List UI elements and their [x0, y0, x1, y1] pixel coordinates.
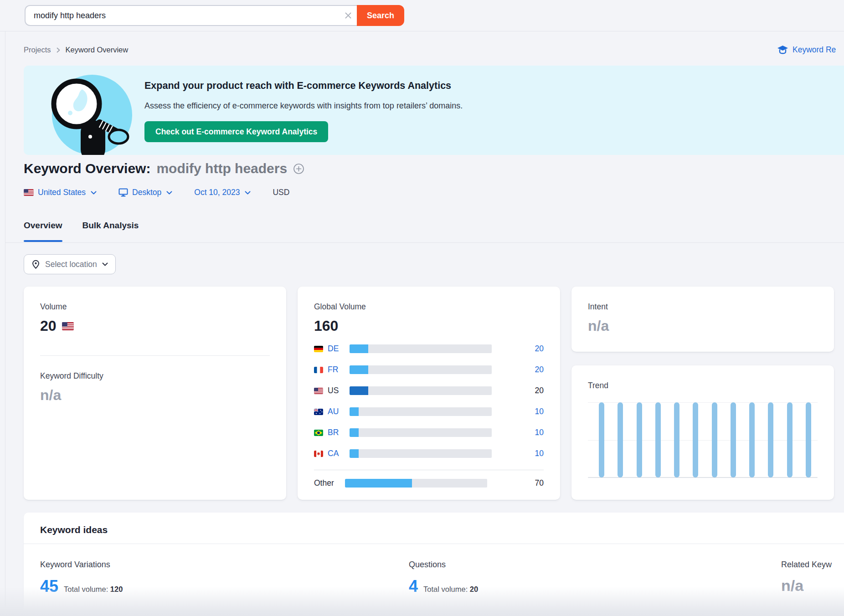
page-title-prefix: Keyword Overview: — [24, 161, 150, 176]
keyword-variations-total: Total volume: 120 — [64, 585, 123, 594]
banner-cta-button[interactable]: Check out E-commerce Keyword Analytics — [144, 121, 328, 142]
country-volume: 10 — [535, 449, 544, 458]
volume-bar — [345, 479, 487, 488]
graduation-cap-icon — [777, 45, 788, 55]
trend-bar — [693, 402, 698, 477]
page-title-keyword: modify http headers — [156, 161, 287, 176]
tab-bar: Overview Bulk Analysis — [24, 221, 139, 242]
global-volume-row: CA 10 — [314, 449, 544, 458]
trend-bar — [618, 402, 623, 477]
trend-card: Trend — [571, 365, 834, 500]
keyword-research-link[interactable]: Keyword Re — [777, 45, 836, 55]
country-link[interactable]: BR — [328, 428, 345, 437]
keyword-overview-page: Search Projects Keyword Overview Keyword… — [0, 0, 844, 616]
volume-bar — [350, 386, 492, 395]
select-location-label: Select location — [45, 260, 97, 269]
trend-bar — [787, 402, 793, 477]
questions-column: Questions 4 Total volume: 20 — [409, 560, 478, 596]
global-volume-other-row: Other 70 — [314, 478, 544, 488]
global-volume-row: BR 10 — [314, 428, 544, 437]
trend-bar — [674, 402, 679, 477]
intent-label: Intent — [588, 302, 818, 312]
volume-bar — [350, 407, 492, 416]
banner-subtitle: Assess the efficiency of e-commerce keyw… — [144, 101, 463, 111]
select-location-dropdown[interactable]: Select location — [24, 254, 116, 274]
magnifier-illustration — [37, 69, 151, 155]
keyword-variations-count: 45 — [40, 577, 58, 596]
keyword-difficulty-value: n/a — [40, 387, 270, 404]
other-label: Other — [314, 478, 345, 488]
country-link[interactable]: FR — [328, 365, 345, 375]
trend-bar — [655, 402, 661, 477]
country-volume: 20 — [535, 365, 544, 375]
filter-bar: United States Desktop Oct 10, 2023 USD — [24, 188, 289, 197]
intent-value: n/a — [588, 318, 818, 334]
volume-bar — [350, 428, 492, 437]
trend-bar — [806, 402, 811, 477]
location-pin-icon — [31, 260, 40, 269]
other-volume: 70 — [535, 478, 544, 488]
date-filter-dropdown[interactable]: Oct 10, 2023 — [194, 188, 251, 197]
flag-ca-icon — [314, 451, 323, 457]
trend-bar — [637, 402, 642, 477]
keyword-difficulty-label: Keyword Difficulty — [40, 371, 270, 381]
global-volume-row: AU 10 — [314, 407, 544, 416]
country-link[interactable]: AU — [328, 407, 345, 416]
related-keywords-column: Related Keyw n/a — [781, 560, 832, 595]
ecommerce-promo-banner: Expand your product reach with E-commerc… — [24, 66, 844, 155]
breadcrumb: Projects Keyword Overview — [24, 46, 128, 54]
page-title: Keyword Overview: modify http headers — [24, 161, 304, 176]
search-form: Search — [25, 5, 404, 26]
keyword-ideas-card: Keyword ideas Keyword Variations 45 Tota… — [24, 513, 844, 616]
questions-total: Total volume: 20 — [423, 585, 478, 594]
volume-label: Volume — [40, 302, 270, 312]
volume-card: Volume 20 Keyword Difficulty n/a — [24, 287, 286, 500]
global-volume-row: DE 20 — [314, 344, 544, 354]
currency-label: USD — [273, 188, 289, 197]
search-input[interactable] — [25, 5, 357, 26]
country-volume: 10 — [535, 407, 544, 416]
tab-bulk-analysis[interactable]: Bulk Analysis — [82, 221, 139, 242]
date-filter-label: Oct 10, 2023 — [194, 188, 240, 197]
breadcrumb-projects-link[interactable]: Projects — [24, 46, 51, 54]
trend-bar — [599, 402, 604, 477]
country-link[interactable]: CA — [328, 449, 345, 458]
clear-search-button[interactable] — [338, 5, 358, 26]
top-search-bar: Search — [0, 0, 844, 31]
location-filter-label: United States — [38, 188, 86, 197]
device-filter-dropdown[interactable]: Desktop — [118, 188, 172, 197]
global-volume-card: Global Volume 160 DE 20 FR — [298, 287, 560, 500]
flag-fr-icon — [314, 367, 323, 373]
global-volume-row: US 20 — [314, 386, 544, 395]
trend-bar — [731, 402, 736, 477]
search-button[interactable]: Search — [357, 5, 404, 26]
trend-bar — [768, 402, 773, 477]
tab-overview[interactable]: Overview — [24, 221, 62, 242]
volume-bar — [350, 365, 492, 374]
card-divider — [24, 544, 844, 544]
flag-us-icon — [314, 388, 323, 394]
global-volume-value: 160 — [314, 318, 544, 334]
trend-label: Trend — [588, 381, 818, 390]
global-volume-row: FR 20 — [314, 365, 544, 375]
left-panel-border — [5, 31, 5, 616]
keyword-variations-column: Keyword Variations 45 Total volume: 120 — [40, 560, 123, 596]
flag-br-icon — [314, 430, 323, 436]
volume-bar — [350, 449, 492, 458]
volume-bar — [350, 344, 492, 353]
chevron-right-icon — [57, 47, 60, 53]
related-keywords-label: Related Keyw — [781, 560, 832, 570]
flag-us-icon — [24, 189, 34, 196]
location-filter-dropdown[interactable]: United States — [24, 188, 97, 197]
trend-bar — [712, 402, 717, 477]
add-keyword-button[interactable] — [293, 163, 304, 175]
chevron-down-icon — [245, 191, 251, 195]
volume-number: 20 — [40, 318, 57, 334]
global-volume-list: DE 20 FR 20 US — [314, 344, 544, 488]
right-card-column: Intent n/a Trend — [571, 287, 834, 500]
trend-chart — [588, 402, 818, 478]
country-link[interactable]: DE — [328, 344, 345, 354]
country-label-current: US — [328, 386, 345, 395]
keyword-research-label: Keyword Re — [793, 45, 836, 55]
global-volume-label: Global Volume — [314, 302, 544, 312]
